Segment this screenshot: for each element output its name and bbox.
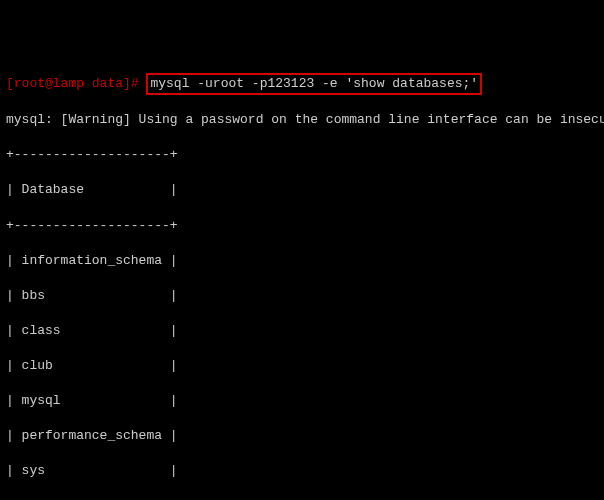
- db-row: | club |: [6, 357, 598, 375]
- hash: [139, 76, 147, 91]
- shell-prompt: [root@lamp data]#: [6, 76, 139, 91]
- db-row: | bbs |: [6, 287, 598, 305]
- db-row: | class |: [6, 322, 598, 340]
- table-divider: +--------------------+: [6, 217, 598, 235]
- highlighted-command-1: mysql -uroot -p123123 -e 'show databases…: [146, 73, 482, 95]
- db-row: | sys |: [6, 462, 598, 480]
- db-row: | performance_schema |: [6, 427, 598, 445]
- mysql-warning: mysql: [Warning] Using a password on the…: [6, 111, 598, 129]
- db-row: | information_schema |: [6, 252, 598, 270]
- db-row: | mysql |: [6, 392, 598, 410]
- terminal-line: [root@lamp data]# mysql -uroot -p123123 …: [6, 74, 598, 94]
- table-divider: +--------------------+: [6, 146, 598, 164]
- table-header: | Database |: [6, 181, 598, 199]
